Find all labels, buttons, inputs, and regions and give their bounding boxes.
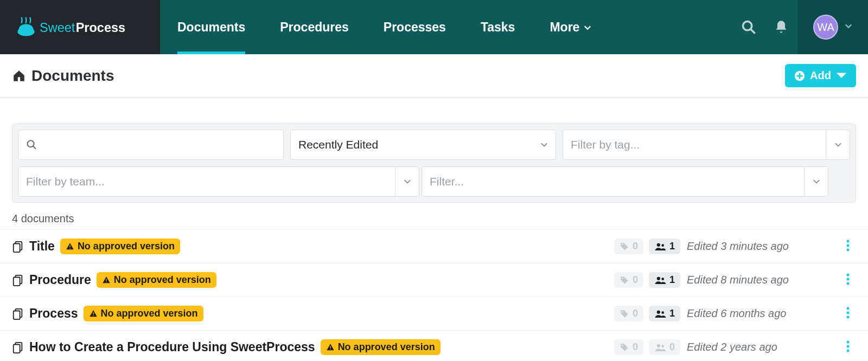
svg-rect-21 — [106, 281, 106, 282]
member-count[interactable]: 1 — [649, 238, 680, 254]
document-list: Title No approved version 0 1 Edited 3 m… — [0, 229, 868, 361]
svg-rect-11 — [69, 248, 70, 248]
row-actions-button[interactable] — [840, 340, 856, 354]
tag-count[interactable]: 0 — [614, 238, 643, 254]
member-count[interactable]: 0 — [649, 339, 680, 355]
tag-count[interactable]: 0 — [614, 272, 643, 288]
svg-text:Sweet: Sweet — [40, 21, 75, 35]
svg-point-34 — [661, 311, 664, 314]
svg-point-3 — [743, 22, 752, 30]
add-button-label: Add — [810, 69, 831, 82]
tag-filter-dropdown[interactable]: Filter by tag... — [563, 130, 850, 160]
svg-point-45 — [847, 340, 850, 343]
nav-procedures[interactable]: Procedures — [263, 0, 366, 54]
svg-rect-29 — [14, 311, 20, 319]
svg-point-37 — [847, 315, 850, 318]
row-actions-button[interactable] — [840, 273, 856, 287]
svg-text:Process: Process — [76, 21, 125, 35]
edited-time: Edited 3 minutes ago — [687, 240, 833, 253]
svg-rect-31 — [93, 315, 93, 315]
svg-point-23 — [657, 276, 660, 280]
sort-dropdown[interactable]: Recently Edited — [290, 130, 556, 160]
svg-rect-19 — [14, 277, 20, 286]
document-icon — [12, 274, 24, 286]
document-icon — [12, 308, 24, 320]
svg-point-25 — [847, 273, 850, 276]
add-button[interactable]: Add — [785, 64, 856, 87]
svg-rect-20 — [106, 279, 106, 281]
svg-point-15 — [847, 240, 850, 242]
document-title[interactable]: How to Create a Procedure Using SweetPro… — [29, 340, 315, 354]
svg-point-27 — [847, 282, 850, 285]
sort-selected: Recently Edited — [298, 138, 378, 151]
svg-point-13 — [657, 243, 660, 246]
edited-time: Edited 8 minutes ago — [687, 274, 833, 286]
nav-links: Documents Procedures Processes Tasks Mor… — [160, 0, 609, 54]
document-title[interactable]: Procedure — [29, 273, 91, 287]
tag-icon — [620, 242, 629, 252]
table-row: How to Create a Procedure Using SweetPro… — [0, 331, 868, 361]
chevron-down-icon — [804, 167, 828, 196]
row-actions-button[interactable] — [840, 307, 856, 321]
table-row: Process No approved version 0 1 Edited 6… — [0, 297, 868, 331]
page-header: Documents Add — [0, 54, 868, 98]
svg-point-35 — [847, 307, 850, 310]
breadcrumb: Documents — [12, 67, 114, 85]
nav-tasks[interactable]: Tasks — [463, 0, 533, 54]
status-badge: No approved version — [97, 272, 216, 288]
warning-icon — [66, 242, 74, 251]
svg-point-36 — [847, 311, 850, 314]
svg-point-26 — [847, 278, 850, 280]
chevron-down-icon — [584, 20, 591, 35]
svg-point-44 — [661, 345, 664, 347]
tag-count[interactable]: 0 — [614, 339, 643, 355]
svg-rect-30 — [93, 312, 93, 314]
search-icon — [741, 20, 756, 35]
svg-rect-39 — [14, 344, 20, 353]
svg-point-46 — [847, 345, 850, 347]
member-count[interactable]: 1 — [649, 272, 680, 288]
svg-line-7 — [33, 146, 36, 149]
caret-down-icon — [835, 70, 847, 82]
table-row: Procedure No approved version 0 1 Edited… — [0, 263, 868, 297]
warning-icon — [326, 343, 335, 352]
svg-point-33 — [657, 310, 660, 313]
search-field[interactable] — [43, 138, 276, 151]
row-actions-button[interactable] — [840, 240, 856, 254]
notifications-button[interactable] — [765, 0, 797, 54]
member-count[interactable]: 1 — [649, 306, 680, 321]
document-title[interactable]: Process — [29, 306, 78, 321]
svg-rect-10 — [69, 245, 70, 247]
svg-point-43 — [657, 344, 660, 347]
tag-icon — [620, 343, 629, 352]
filter-dropdown[interactable]: Filter... — [422, 166, 828, 197]
svg-point-12 — [622, 244, 623, 245]
edited-time: Edited 6 months ago — [687, 307, 833, 320]
nav-processes[interactable]: Processes — [366, 0, 463, 54]
chevron-down-icon — [395, 167, 419, 196]
document-icon — [12, 341, 24, 353]
tag-count[interactable]: 0 — [614, 306, 643, 321]
table-row: Title No approved version 0 1 Edited 3 m… — [0, 229, 868, 263]
team-filter-dropdown[interactable]: Filter by team... — [18, 166, 419, 197]
team-placeholder: Filter by team... — [26, 175, 105, 188]
avatar: WA — [813, 15, 838, 40]
svg-point-14 — [661, 244, 664, 247]
svg-point-47 — [847, 349, 850, 352]
search-input[interactable] — [18, 130, 284, 160]
more-vertical-icon — [846, 340, 850, 352]
nav-documents[interactable]: Documents — [160, 0, 263, 54]
people-icon — [654, 343, 666, 352]
document-count: 4 documents — [12, 212, 856, 225]
user-menu[interactable]: WA — [797, 0, 868, 54]
svg-point-42 — [622, 345, 623, 346]
svg-point-17 — [847, 248, 850, 251]
nav-more-label: More — [550, 20, 579, 35]
search-button[interactable] — [732, 0, 765, 54]
tag-placeholder: Filter by tag... — [571, 138, 640, 151]
nav-more[interactable]: More — [532, 0, 609, 54]
logo[interactable]: Sweet Process — [0, 0, 160, 54]
document-title[interactable]: Title — [29, 239, 55, 254]
status-badge: No approved version — [321, 339, 441, 355]
plus-circle-icon — [794, 70, 806, 82]
